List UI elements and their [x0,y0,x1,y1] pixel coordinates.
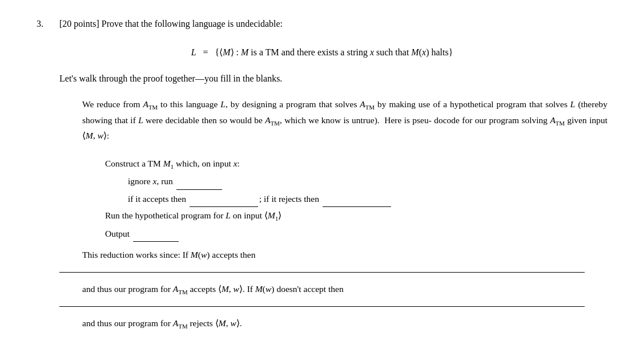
pseudo-line-3: if it accepts then ; if it rejects then [128,190,607,207]
pseudo-line-4: Run the hypothetical program for L on in… [105,207,607,225]
proof-paragraph: We reduce from ATM to this language L, b… [82,97,607,143]
divider-1 [59,272,585,273]
fill-line-1: and thus our program for ATM accepts ⟨M,… [82,282,607,298]
problem-header: 3. [20 points] Prove that the following … [37,17,607,31]
language-definition: L = {⟨M⟩ : M is a TM and there exists a … [37,44,607,61]
divider-2 [59,306,585,307]
fill-line-2: and thus our program for ATM rejects ⟨M,… [82,316,607,332]
problem-container: 3. [20 points] Prove that the following … [37,17,607,332]
language-equation: L = {⟨M⟩ : M is a TM and there exists a … [191,47,453,57]
intro-text: Let's walk through the proof together—yo… [59,71,607,86]
intro-sentence: Let's walk through the proof together—yo… [59,74,282,83]
problem-title: [20 points] Prove that the following lan… [59,17,607,31]
title-text: Prove that the following language is und… [102,19,283,29]
pseudocode-block: Construct a TM M1 which, on input x: ign… [105,155,607,242]
points-label: [20 points] [59,19,99,29]
blank-4[interactable] [133,225,179,242]
reduction-works: This reduction works since: If M(w) acce… [82,248,607,262]
pseudo-line-2: ignore x, run [128,172,607,189]
pseudo-line-1: Construct a TM M1 which, on input x: [105,155,607,173]
problem-number: 3. [37,17,59,31]
blank-1[interactable] [176,172,222,189]
blank-3[interactable] [323,190,391,207]
blank-2[interactable] [190,190,258,207]
pseudo-line-5: Output [105,225,607,242]
